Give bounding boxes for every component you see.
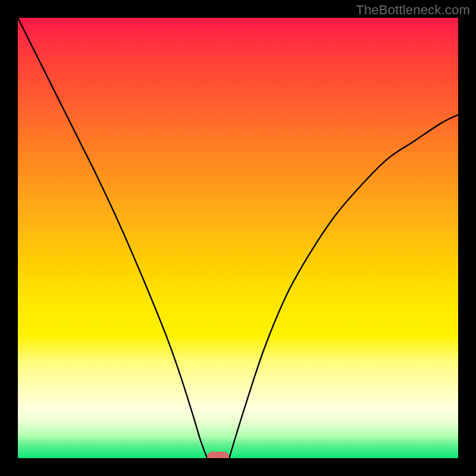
optimum-marker [207, 452, 229, 458]
plot-area [18, 18, 458, 458]
chart-svg [18, 18, 458, 458]
curve-right [229, 115, 458, 458]
watermark-text: TheBottleneck.com [356, 2, 470, 18]
curve-left [18, 18, 207, 458]
chart-frame: TheBottleneck.com [0, 0, 476, 476]
